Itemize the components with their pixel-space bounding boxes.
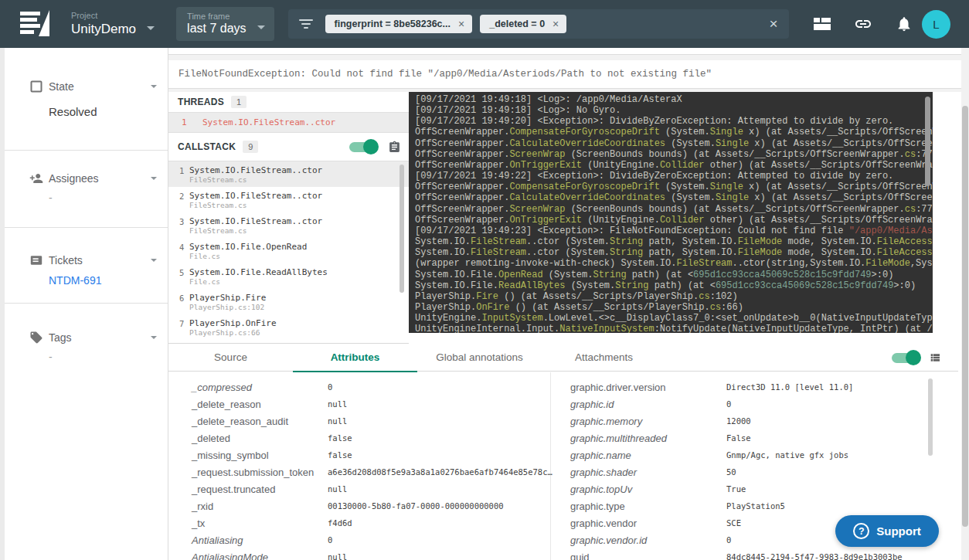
page-scrollbar-track[interactable]: [961, 48, 969, 560]
log-segment: (System.: [543, 270, 593, 280]
filter-chip[interactable]: _deleted = 0×: [480, 15, 566, 33]
log-line: [09/17/2021 19:49:23] <Exception>: FileN…: [415, 226, 933, 236]
assignees-section-header[interactable]: Assignees: [29, 171, 157, 185]
attribute-row: graphic.shader50: [570, 463, 969, 480]
filter-bar[interactable]: fingerprint = 8be58236c...×_deleted = 0×…: [288, 9, 789, 39]
callstack-frame[interactable]: 2System.IO.FileStream..ctorFileStream.cs: [168, 187, 409, 212]
callstack-frame[interactable]: 7PlayerShip.OnFirePlayerShip.cs:66: [168, 314, 409, 340]
chevron-down-icon: [151, 336, 157, 339]
error-message: FileNotFoundException: Could not find fi…: [168, 60, 969, 89]
log-segment: :NotifyUpdate(NativeInputUpdateType, Int…: [654, 324, 933, 333]
clear-filters-icon[interactable]: ×: [769, 19, 777, 29]
tab-global-annotations[interactable]: Global annotations: [417, 351, 542, 372]
tickets-icon: [29, 253, 43, 267]
attribute-key: graphic.driver.version: [570, 382, 726, 393]
tags-section-header[interactable]: Tags: [29, 331, 157, 344]
tickets-section-header[interactable]: Tickets: [29, 253, 157, 267]
log-segment: FileMode: [738, 236, 783, 247]
tags-label: Tags: [49, 331, 151, 344]
log-panel: [09/17/2021 19:49:18] <Log>: /app0/Media…: [409, 92, 933, 333]
callstack-frame[interactable]: 5System.IO.File.ReadAllBytesFile.cs: [168, 263, 409, 289]
bell-icon[interactable]: [896, 15, 913, 32]
view-options-icon[interactable]: [929, 351, 941, 364]
state-section-header[interactable]: State: [29, 80, 157, 93]
frame-text: System.IO.FileStream..ctorFileStream.cs: [189, 216, 322, 238]
attribute-key: Antialiasing: [192, 535, 328, 546]
project-selector[interactable]: Project UnityDemo: [71, 11, 155, 37]
copy-callstack-icon[interactable]: [388, 141, 401, 154]
attribute-value: null: [328, 399, 347, 409]
callstack-frame[interactable]: 1System.IO.FileStream..ctorFileStream.cs: [168, 161, 409, 187]
callstack-frame[interactable]: 4System.IO.File.OpenReadFile.cs: [168, 238, 409, 263]
attribute-value: 00130000-5b80-fa07-0000-000000000000: [328, 501, 504, 511]
frame-file: PlayerShip.cs:66: [189, 328, 277, 338]
tab-attachments[interactable]: Attachments: [542, 351, 666, 372]
attribute-row: graphic.driver.versionDirect3D 11.0 [lev…: [570, 378, 969, 395]
callstack-toggle[interactable]: [349, 139, 377, 154]
thread-row[interactable]: 1 System.IO.FileStream..ctor: [168, 113, 409, 133]
attribute-row: guid84dc8445-2194-5f47-9983-8d9e1b3003be: [570, 548, 969, 560]
callstack-count-badge: 9: [243, 141, 258, 153]
frame-number: 5: [168, 267, 189, 289]
backtrace-logo-icon[interactable]: [20, 10, 51, 38]
attribute-value: null: [328, 552, 347, 560]
attributes-toggle[interactable]: [892, 350, 920, 365]
callstack-scrollbar[interactable]: [400, 165, 404, 293]
state-value: Resolved: [29, 105, 157, 118]
ticket-link[interactable]: NTDM-691: [29, 274, 157, 287]
frame-file: FileStream.cs: [189, 226, 322, 236]
attribute-row: _missing_symbolfalse: [192, 446, 550, 463]
frame-file: FileStream.cs: [189, 201, 322, 210]
frame-text: System.IO.FileStream..ctorFileStream.cs: [189, 165, 322, 187]
log-line: OffScreenWrapper.CalculateOverrideCoordi…: [415, 138, 933, 149]
dashboard-icon[interactable]: [814, 18, 831, 30]
log-segment: mode, System.IO.: [782, 247, 876, 258]
support-button[interactable]: ? Support: [835, 515, 939, 547]
log-segment: (System.: [665, 192, 716, 203]
sidebar: State Resolved Assignees -: [5, 48, 168, 560]
log-segment: PlayerShip.: [415, 291, 476, 302]
log-segment: path) (at <: [648, 280, 715, 291]
callstack-frame[interactable]: 6PlayerShip.FirePlayerShip.cs:102: [168, 289, 409, 314]
attribute-value: false: [328, 433, 352, 443]
attribute-row: AntialiasingModenull: [192, 548, 550, 560]
attribute-row: graphic.multithreadedFalse: [570, 429, 969, 446]
log-segment: Fire: [476, 291, 498, 302]
log-segment: path, System.IO.: [643, 247, 737, 258]
avatar[interactable]: L: [922, 10, 950, 39]
attribute-key: guid: [570, 552, 726, 560]
log-segment: String: [610, 236, 643, 247]
timeframe-selector[interactable]: Time frame last 7 days: [176, 7, 274, 41]
log-segment: >:0): [893, 280, 916, 291]
frame-number: 6: [168, 293, 189, 314]
tab-source[interactable]: Source: [168, 351, 293, 372]
log-segment: System.IO.File.: [415, 280, 498, 291]
attributes-scrollbar[interactable]: [928, 378, 933, 456]
attribute-key: graphic.multithreaded: [570, 433, 726, 444]
attribute-value: a6e36d208d08f5e9a3a8a1a0276bae6afb7464e8…: [328, 467, 552, 477]
filter-chip[interactable]: fingerprint = 8be58236c...×: [325, 15, 473, 33]
callstack-frame[interactable]: 3System.IO.FileStream..ctorFileStream.cs: [168, 212, 409, 238]
detail-tabs: SourceAttributesGlobal annotationsAttach…: [168, 345, 958, 372]
tabs-container: SourceAttributesGlobal annotationsAttach…: [168, 351, 666, 372]
log-segment: 695d1cc93cca45069c528c15c9fdd749: [693, 270, 871, 280]
chip-remove-icon[interactable]: ×: [458, 20, 464, 28]
log-segment: [09/17/2021 19:49:22] <Exception>: Divid…: [415, 171, 893, 182]
chip-remove-icon[interactable]: ×: [552, 20, 559, 28]
log-segment: ReadAllBytes: [498, 280, 565, 291]
log-segment: cs: [710, 302, 721, 313]
page-scrollbar-thumb[interactable]: [962, 106, 968, 527]
sidebar-section-state: State Resolved: [5, 48, 168, 151]
tab-attributes[interactable]: Attributes: [293, 351, 417, 372]
filter-chip-label: fingerprint = 8be58236c...: [335, 19, 450, 29]
sidebar-section-tags: Tags -: [5, 304, 168, 363]
log-segment: OffScreenWrapper.: [415, 160, 509, 171]
log-segment: FileMode: [738, 247, 783, 258]
chevron-down-icon: [257, 25, 265, 29]
log-segment: (System.: [660, 127, 710, 137]
log-segment: OffScreenWrapper.: [415, 192, 509, 203]
log-segment: String: [610, 247, 643, 258]
link-icon[interactable]: [854, 15, 872, 33]
attribute-value: SCE: [726, 518, 741, 528]
log-scrollbar[interactable]: [925, 97, 930, 186]
